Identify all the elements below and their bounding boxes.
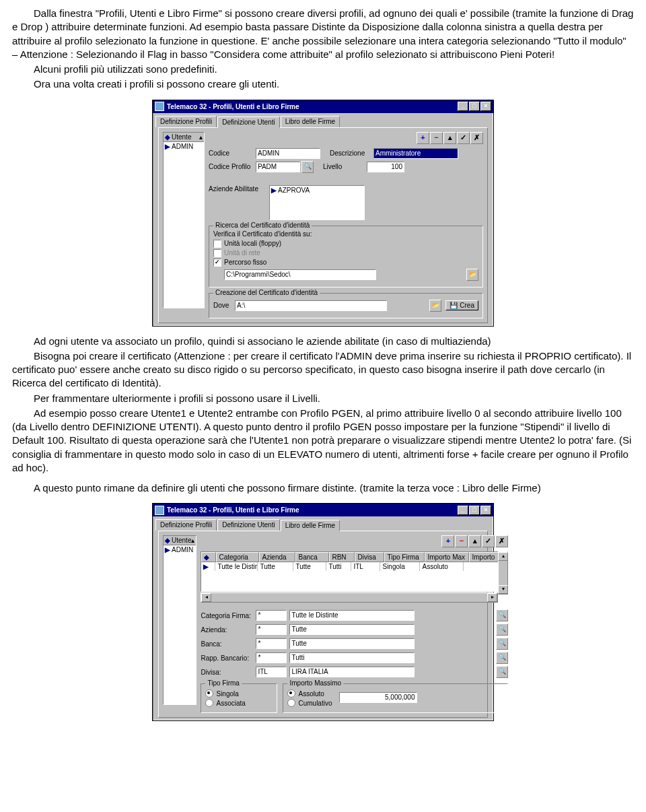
lookup-catfirma-icon[interactable]: 🔍 — [496, 609, 508, 621]
list-item-admin[interactable]: ADMIN — [172, 143, 193, 150]
banca-desc: Tutte — [289, 638, 415, 649]
user-list[interactable]: ◆Utente▴ ▶ADMIN — [163, 132, 205, 308]
maximize-button[interactable]: □ — [469, 102, 480, 111]
confirm-button-2[interactable]: ✓ — [482, 535, 495, 547]
lookup-divisa-icon[interactable]: 🔍 — [496, 666, 508, 678]
delete-button-2[interactable]: − — [455, 535, 468, 547]
tab-strip: Definizione Profili Definizione Utenti L… — [155, 116, 491, 127]
col-rbn[interactable]: RBN — [329, 552, 355, 562]
col-divisa[interactable]: Divisa — [355, 552, 384, 562]
delete-button[interactable]: − — [430, 132, 443, 144]
list-item-admin-2[interactable]: ADMIN — [172, 546, 193, 553]
scroll-right-icon[interactable]: ▸ — [487, 593, 497, 602]
codice-input[interactable]: ADMIN — [256, 148, 320, 159]
radio-singola-label: Singola — [216, 690, 238, 698]
chk-floppy[interactable] — [213, 240, 221, 248]
radio-cumulativo[interactable] — [287, 699, 295, 707]
radio-singola[interactable] — [205, 689, 213, 698]
descrizione-input[interactable]: Amministratore — [373, 148, 458, 159]
col-impmax[interactable]: Importo Max — [425, 552, 469, 562]
banca-input[interactable]: * — [256, 638, 287, 649]
chk-rete[interactable] — [213, 249, 221, 257]
intro-paragraph: Dalla finestra "Profili, Utenti e Libro … — [12, 7, 634, 61]
close-button[interactable]: × — [480, 102, 491, 111]
scroll-up-btn[interactable]: ▴ — [498, 552, 508, 561]
dove-label: Dove — [213, 302, 235, 309]
edit-button[interactable]: ▴ — [443, 132, 456, 144]
list-header-2: Utente — [172, 537, 191, 544]
tab2-definizione-profili[interactable]: Definizione Profili — [155, 519, 217, 531]
cell-azienda: Tutte — [258, 562, 293, 571]
mid-paragraph-4: Ad esempio posso creare Utente1 e Utente… — [12, 407, 634, 475]
radio-assoluto[interactable] — [287, 689, 295, 698]
catfirma-input[interactable]: * — [256, 610, 287, 621]
col-categoria[interactable]: Categoria — [216, 552, 259, 562]
lookup-profilo-icon[interactable]: 🔍 — [301, 161, 314, 173]
browse-percorso-icon[interactable]: 📂 — [466, 269, 478, 281]
rapp-label: Rapp. Bancario: — [201, 654, 256, 662]
cell-rbn: Tutti — [326, 562, 351, 571]
minimize-button[interactable]: _ — [458, 102, 468, 111]
aziende-list[interactable]: ▶AZPROVA — [269, 185, 365, 220]
tab-definizione-utenti[interactable]: Definizione Utenti — [217, 116, 279, 128]
intro-line-c: Ora una volta creati i profili si posson… — [12, 77, 634, 91]
lookup-azienda-icon[interactable]: 🔍 — [496, 623, 508, 636]
scroll-left-icon[interactable]: ◂ — [201, 593, 211, 602]
scroll-up-icon[interactable]: ▴ — [199, 133, 203, 141]
intro-line-b: Alcuni profili più utilizzati sono prede… — [12, 63, 634, 76]
confirm-button[interactable]: ✓ — [457, 132, 470, 144]
tab2-definizione-utenti[interactable]: Definizione Utenti — [217, 519, 279, 531]
browse-dove-icon[interactable]: 📂 — [429, 300, 441, 312]
app-icon — [155, 102, 164, 111]
close-button-2[interactable]: × — [480, 506, 491, 515]
percorso-input[interactable]: C:\Programmi\Sedoc\ — [224, 269, 376, 280]
user-list-2[interactable]: ◆Utente▴ ▶ADMIN — [163, 535, 196, 705]
add-button[interactable]: + — [417, 132, 429, 144]
lookup-rapp-icon[interactable]: 🔍 — [496, 652, 508, 664]
tab-definizione-profili[interactable]: Definizione Profili — [155, 116, 217, 127]
firme-table[interactable]: ◆ Categoria Azienda Banca RBN Divisa Tip… — [201, 551, 499, 592]
crea-button[interactable]: 💾Crea — [445, 300, 478, 310]
descrizione-label: Descrizione — [330, 149, 373, 157]
col-banca[interactable]: Banca — [295, 552, 329, 562]
maximize-button-2[interactable]: □ — [469, 506, 480, 515]
chk-rete-label: Unità di rete — [224, 249, 260, 257]
importo-max-group: Importo Massimo Assoluto Cumulativo 5,00… — [283, 683, 508, 713]
livello-input[interactable]: 100 — [367, 162, 404, 172]
edit-button-2[interactable]: ▴ — [468, 535, 481, 547]
v-scrollbar[interactable]: ▴ ▾ — [498, 551, 508, 595]
chk-floppy-label: Unità locali (floppy) — [224, 240, 281, 247]
codice-profilo-input[interactable]: PADM — [256, 162, 300, 172]
dove-input[interactable]: A:\ — [235, 300, 387, 311]
col-tipofirma[interactable]: Tipo Firma — [384, 552, 425, 562]
divisa-input[interactable]: ITL — [256, 667, 287, 677]
col-azienda[interactable]: Azienda — [259, 552, 295, 562]
h-scrollbar[interactable]: ◂ ▸ — [201, 593, 498, 603]
importo-max-title: Importo Massimo — [287, 679, 343, 687]
scroll-down-btn[interactable]: ▾ — [498, 585, 508, 594]
scroll-up-icon-2[interactable]: ▴ — [191, 537, 194, 544]
col-importo[interactable]: Importo — [469, 552, 499, 562]
catfirma-label: Categoria Firma: — [201, 612, 256, 619]
divisa-desc: LIRA ITALIA — [289, 667, 415, 677]
radio-associata[interactable] — [205, 699, 213, 707]
azienda-label: Azienda: — [201, 626, 256, 634]
livello-label: Livello — [323, 163, 367, 170]
aziende-label: Aziende Abilitate — [209, 185, 269, 193]
minimize-button-2[interactable]: _ — [458, 506, 468, 515]
lookup-banca-icon[interactable]: 🔍 — [496, 638, 508, 650]
cancel-button-2[interactable]: ✗ — [495, 535, 508, 547]
tab-libro-firme[interactable]: Libro delle Firme — [281, 116, 340, 127]
table-row[interactable]: ▶ Tutte le Distin Tutte Tutte Tutti ITL … — [201, 562, 499, 571]
rapp-input[interactable]: * — [256, 652, 287, 663]
chk-percorso[interactable]: ✓ — [213, 259, 221, 267]
rapp-desc: Tutti — [289, 652, 415, 663]
divisa-label: Divisa: — [201, 669, 256, 676]
importo-input[interactable]: 5,000,000 — [339, 692, 417, 703]
tab2-libro-firme[interactable]: Libro delle Firme — [281, 520, 340, 531]
azienda-input[interactable]: * — [256, 624, 287, 635]
record-toolbar-2: + − ▴ ✓ ✗ — [201, 535, 508, 547]
add-button-2[interactable]: + — [441, 535, 454, 547]
cell-categoria: Tutte le Distin — [215, 562, 258, 571]
cancel-button[interactable]: ✗ — [470, 132, 483, 144]
